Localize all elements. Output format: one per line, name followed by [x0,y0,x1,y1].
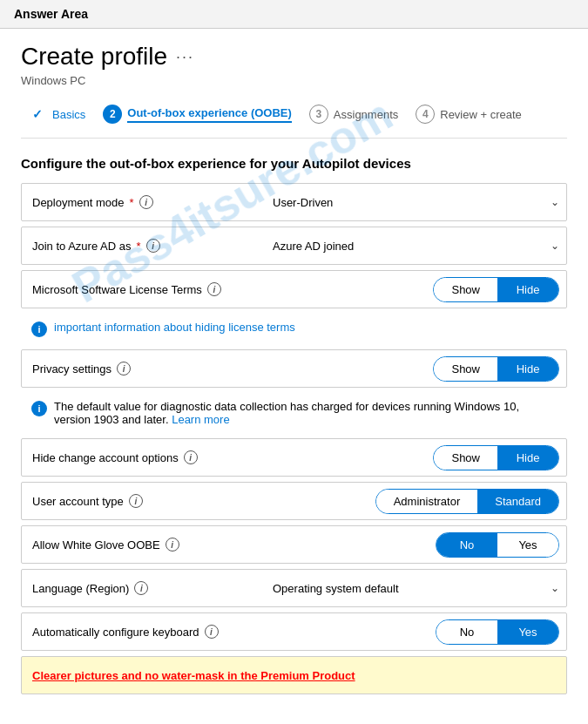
join-azure-ad-info-icon[interactable]: i [146,239,160,253]
user-account-type-info-icon[interactable]: i [129,494,143,508]
section-title: Configure the out-of-box experience for … [21,156,567,171]
apply-device-name-row: Clearer pictures and no water-mask in th… [21,656,567,694]
allow-white-glove-no-btn[interactable]: No [436,533,497,557]
deployment-mode-value: User-Driven [273,196,545,209]
license-terms-control: Show Hide [266,272,566,308]
privacy-settings-row: Privacy settings i Show Hide [21,349,567,388]
deployment-mode-label: Deployment mode * i [22,188,266,216]
user-account-administrator-btn[interactable]: Administrator [376,490,478,513]
step-assignments[interactable]: 3 Assignments [302,101,405,127]
privacy-settings-show-btn[interactable]: Show [434,357,497,381]
allow-white-glove-yes-btn[interactable]: Yes [497,533,558,557]
answer-area-header: Answer Area [0,0,588,29]
language-region-value: Operating system default [273,582,545,595]
deployment-mode-control: User-Driven ⌄ [266,191,566,214]
privacy-settings-info-icon[interactable]: i [117,362,131,376]
step-oobe-label: Out-of-box experience (OOBE) [127,106,292,123]
create-profile-label: Create profile [21,43,167,71]
privacy-info-icon: i [31,401,47,416]
privacy-info-box: i The default value for diagnostic data … [21,393,567,433]
allow-white-glove-label: Allow White Glove OOBE i [22,531,266,558]
promo-text: Clearer pictures and no water-mask in th… [32,669,355,682]
user-account-type-control: Administrator Standard [266,484,566,519]
allow-white-glove-row: Allow White Glove OOBE i No Yes [21,525,567,564]
join-azure-ad-row: Join to Azure AD as * i Azure AD joined … [21,227,567,265]
license-terms-show-btn[interactable]: Show [434,278,497,301]
join-azure-ad-control: Azure AD joined ⌄ [266,234,566,258]
dropdown-arrow-icon-3: ⌄ [551,582,559,594]
more-options-icon[interactable]: ··· [176,48,194,66]
auto-keyboard-info-icon[interactable]: i [205,625,219,639]
hide-change-account-toggle: Show Hide [433,445,559,470]
page-subtitle: Windows PC [21,74,567,87]
dropdown-arrow-icon: ⌄ [551,196,559,208]
allow-white-glove-toggle: No Yes [436,532,559,558]
step-oobe[interactable]: 2 Out-of-box experience (OOBE) [96,101,299,127]
hide-change-account-label: Hide change account options i [22,443,266,471]
allow-white-glove-control: No Yes [266,527,566,563]
license-terms-hide-btn[interactable]: Hide [497,278,558,301]
privacy-settings-label: Privacy settings i [22,355,266,382]
language-region-dropdown[interactable]: Operating system default ⌄ [273,582,559,595]
step-review[interactable]: 4 Review + create [409,101,529,127]
deployment-mode-row: Deployment mode * i User-Driven ⌄ [21,183,567,221]
step-basics-circle: ✓ [28,105,47,124]
auto-keyboard-toggle: No Yes [436,619,559,645]
step-oobe-circle: 2 [103,105,122,124]
auto-keyboard-row: Automatically configure keyboard i No Ye… [21,612,567,651]
step-basics[interactable]: ✓ Basics [21,101,92,127]
auto-keyboard-yes-btn[interactable]: Yes [497,620,558,644]
auto-keyboard-no-btn[interactable]: No [436,620,497,644]
auto-keyboard-control: No Yes [266,614,566,650]
privacy-info-text: The default value for diagnostic data co… [54,400,557,426]
license-terms-row: Microsoft Software License Terms i Show … [21,270,567,308]
join-azure-ad-value: Azure AD joined [273,240,545,253]
hide-change-account-show-btn[interactable]: Show [434,446,497,470]
language-region-control: Operating system default ⌄ [266,577,566,600]
language-region-info-icon[interactable]: i [134,581,148,595]
license-info-link[interactable]: important information about hiding licen… [54,321,295,334]
step-review-circle: 4 [416,105,435,124]
step-assignments-label: Assignments [334,108,398,121]
join-azure-ad-label: Join to Azure AD as * i [22,232,266,260]
license-terms-info-icon[interactable]: i [207,282,221,296]
license-info-icon: i [31,321,47,337]
join-azure-ad-dropdown[interactable]: Azure AD joined ⌄ [273,240,559,253]
auto-keyboard-label: Automatically configure keyboard i [22,618,266,646]
page-title: Create profile ··· [21,43,567,71]
required-star-2: * [136,240,140,253]
license-info-box: i important information about hiding lic… [21,314,567,344]
required-star: * [130,196,134,209]
language-region-row: Language (Region) i Operating system def… [21,569,567,607]
license-terms-label: Microsoft Software License Terms i [22,275,266,303]
user-account-type-row: User account type i Administrator Standa… [21,482,567,520]
user-account-type-label: User account type i [22,487,266,515]
step-review-label: Review + create [440,108,522,121]
license-terms-toggle: Show Hide [433,277,559,302]
hide-change-account-hide-btn[interactable]: Hide [497,446,558,470]
deployment-mode-info-icon[interactable]: i [139,195,153,209]
privacy-settings-toggle: Show Hide [433,356,559,382]
learn-more-link[interactable]: Learn more [172,413,229,426]
user-account-standard-btn[interactable]: Standard [477,490,558,513]
user-account-type-toggle: Administrator Standard [375,489,559,514]
language-region-label: Language (Region) i [22,574,266,602]
privacy-settings-control: Show Hide [266,351,566,387]
allow-white-glove-info-icon[interactable]: i [166,538,179,551]
hide-change-account-control: Show Hide [266,440,566,476]
dropdown-arrow-icon-2: ⌄ [551,240,559,252]
deployment-mode-dropdown[interactable]: User-Driven ⌄ [273,196,559,209]
hide-change-account-info-icon[interactable]: i [184,450,198,464]
step-basics-label: Basics [52,108,85,121]
hide-change-account-row: Hide change account options i Show Hide [21,438,567,477]
step-assignments-circle: 3 [309,105,328,124]
wizard-steps: ✓ Basics 2 Out-of-box experience (OOBE) … [21,101,567,139]
privacy-settings-hide-btn[interactable]: Hide [497,357,558,381]
